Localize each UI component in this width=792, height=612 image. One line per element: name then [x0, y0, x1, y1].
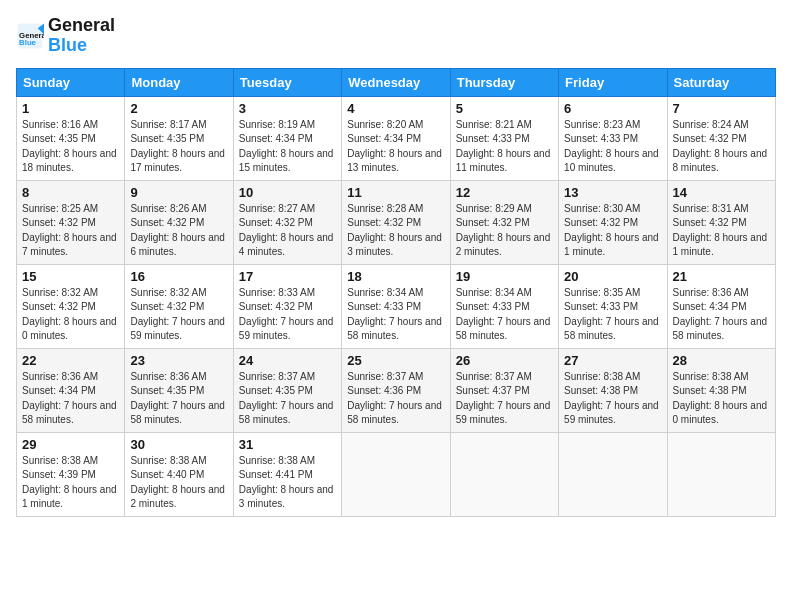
day-info: Sunrise: 8:33 AMSunset: 4:32 PMDaylight:…	[239, 286, 336, 344]
day-number: 20	[564, 269, 661, 284]
calendar-cell: 30Sunrise: 8:38 AMSunset: 4:40 PMDayligh…	[125, 432, 233, 516]
weekday-header: Sunday	[17, 68, 125, 96]
calendar-week-row: 15Sunrise: 8:32 AMSunset: 4:32 PMDayligh…	[17, 264, 776, 348]
day-info: Sunrise: 8:37 AMSunset: 4:37 PMDaylight:…	[456, 370, 553, 428]
day-number: 30	[130, 437, 227, 452]
day-info: Sunrise: 8:32 AMSunset: 4:32 PMDaylight:…	[22, 286, 119, 344]
logo-icon: General Blue	[16, 22, 44, 50]
day-info: Sunrise: 8:38 AMSunset: 4:40 PMDaylight:…	[130, 454, 227, 512]
svg-text:Blue: Blue	[19, 38, 37, 47]
calendar-cell: 4Sunrise: 8:20 AMSunset: 4:34 PMDaylight…	[342, 96, 450, 180]
calendar-week-row: 22Sunrise: 8:36 AMSunset: 4:34 PMDayligh…	[17, 348, 776, 432]
calendar-cell: 3Sunrise: 8:19 AMSunset: 4:34 PMDaylight…	[233, 96, 341, 180]
day-number: 12	[456, 185, 553, 200]
day-number: 29	[22, 437, 119, 452]
day-info: Sunrise: 8:31 AMSunset: 4:32 PMDaylight:…	[673, 202, 770, 260]
calendar-cell: 1Sunrise: 8:16 AMSunset: 4:35 PMDaylight…	[17, 96, 125, 180]
logo-text: General Blue	[48, 16, 115, 56]
calendar-table: SundayMondayTuesdayWednesdayThursdayFrid…	[16, 68, 776, 517]
day-number: 17	[239, 269, 336, 284]
day-info: Sunrise: 8:38 AMSunset: 4:38 PMDaylight:…	[564, 370, 661, 428]
calendar-cell	[667, 432, 775, 516]
weekday-header: Wednesday	[342, 68, 450, 96]
day-number: 11	[347, 185, 444, 200]
day-info: Sunrise: 8:34 AMSunset: 4:33 PMDaylight:…	[456, 286, 553, 344]
calendar-week-row: 29Sunrise: 8:38 AMSunset: 4:39 PMDayligh…	[17, 432, 776, 516]
day-info: Sunrise: 8:32 AMSunset: 4:32 PMDaylight:…	[130, 286, 227, 344]
calendar-cell	[342, 432, 450, 516]
day-number: 27	[564, 353, 661, 368]
day-number: 2	[130, 101, 227, 116]
calendar-cell: 13Sunrise: 8:30 AMSunset: 4:32 PMDayligh…	[559, 180, 667, 264]
calendar-cell: 2Sunrise: 8:17 AMSunset: 4:35 PMDaylight…	[125, 96, 233, 180]
day-info: Sunrise: 8:38 AMSunset: 4:41 PMDaylight:…	[239, 454, 336, 512]
calendar-cell	[450, 432, 558, 516]
day-info: Sunrise: 8:36 AMSunset: 4:34 PMDaylight:…	[673, 286, 770, 344]
day-info: Sunrise: 8:19 AMSunset: 4:34 PMDaylight:…	[239, 118, 336, 176]
calendar-cell: 27Sunrise: 8:38 AMSunset: 4:38 PMDayligh…	[559, 348, 667, 432]
calendar-cell: 11Sunrise: 8:28 AMSunset: 4:32 PMDayligh…	[342, 180, 450, 264]
weekday-header: Monday	[125, 68, 233, 96]
calendar-cell: 20Sunrise: 8:35 AMSunset: 4:33 PMDayligh…	[559, 264, 667, 348]
day-info: Sunrise: 8:37 AMSunset: 4:35 PMDaylight:…	[239, 370, 336, 428]
day-number: 15	[22, 269, 119, 284]
calendar-cell	[559, 432, 667, 516]
calendar-header-row: SundayMondayTuesdayWednesdayThursdayFrid…	[17, 68, 776, 96]
day-info: Sunrise: 8:27 AMSunset: 4:32 PMDaylight:…	[239, 202, 336, 260]
day-info: Sunrise: 8:29 AMSunset: 4:32 PMDaylight:…	[456, 202, 553, 260]
calendar-cell: 22Sunrise: 8:36 AMSunset: 4:34 PMDayligh…	[17, 348, 125, 432]
calendar-cell: 17Sunrise: 8:33 AMSunset: 4:32 PMDayligh…	[233, 264, 341, 348]
day-info: Sunrise: 8:30 AMSunset: 4:32 PMDaylight:…	[564, 202, 661, 260]
day-number: 7	[673, 101, 770, 116]
day-info: Sunrise: 8:21 AMSunset: 4:33 PMDaylight:…	[456, 118, 553, 176]
day-number: 25	[347, 353, 444, 368]
weekday-header: Saturday	[667, 68, 775, 96]
day-info: Sunrise: 8:36 AMSunset: 4:34 PMDaylight:…	[22, 370, 119, 428]
calendar-cell: 23Sunrise: 8:36 AMSunset: 4:35 PMDayligh…	[125, 348, 233, 432]
day-number: 19	[456, 269, 553, 284]
day-number: 26	[456, 353, 553, 368]
calendar-cell: 29Sunrise: 8:38 AMSunset: 4:39 PMDayligh…	[17, 432, 125, 516]
day-number: 22	[22, 353, 119, 368]
day-number: 4	[347, 101, 444, 116]
day-number: 24	[239, 353, 336, 368]
day-number: 31	[239, 437, 336, 452]
day-number: 21	[673, 269, 770, 284]
calendar-cell: 18Sunrise: 8:34 AMSunset: 4:33 PMDayligh…	[342, 264, 450, 348]
day-info: Sunrise: 8:25 AMSunset: 4:32 PMDaylight:…	[22, 202, 119, 260]
weekday-header: Friday	[559, 68, 667, 96]
calendar-cell: 26Sunrise: 8:37 AMSunset: 4:37 PMDayligh…	[450, 348, 558, 432]
day-number: 6	[564, 101, 661, 116]
calendar-cell: 9Sunrise: 8:26 AMSunset: 4:32 PMDaylight…	[125, 180, 233, 264]
calendar-cell: 12Sunrise: 8:29 AMSunset: 4:32 PMDayligh…	[450, 180, 558, 264]
day-number: 5	[456, 101, 553, 116]
calendar-cell: 14Sunrise: 8:31 AMSunset: 4:32 PMDayligh…	[667, 180, 775, 264]
logo: General Blue General Blue	[16, 16, 115, 56]
weekday-header: Thursday	[450, 68, 558, 96]
weekday-header: Tuesday	[233, 68, 341, 96]
calendar-cell: 16Sunrise: 8:32 AMSunset: 4:32 PMDayligh…	[125, 264, 233, 348]
day-info: Sunrise: 8:38 AMSunset: 4:39 PMDaylight:…	[22, 454, 119, 512]
calendar-cell: 24Sunrise: 8:37 AMSunset: 4:35 PMDayligh…	[233, 348, 341, 432]
calendar-cell: 21Sunrise: 8:36 AMSunset: 4:34 PMDayligh…	[667, 264, 775, 348]
day-info: Sunrise: 8:24 AMSunset: 4:32 PMDaylight:…	[673, 118, 770, 176]
calendar-cell: 7Sunrise: 8:24 AMSunset: 4:32 PMDaylight…	[667, 96, 775, 180]
day-info: Sunrise: 8:35 AMSunset: 4:33 PMDaylight:…	[564, 286, 661, 344]
day-number: 28	[673, 353, 770, 368]
day-number: 10	[239, 185, 336, 200]
calendar-cell: 10Sunrise: 8:27 AMSunset: 4:32 PMDayligh…	[233, 180, 341, 264]
page-header: General Blue General Blue	[16, 16, 776, 56]
day-info: Sunrise: 8:23 AMSunset: 4:33 PMDaylight:…	[564, 118, 661, 176]
day-number: 1	[22, 101, 119, 116]
day-info: Sunrise: 8:36 AMSunset: 4:35 PMDaylight:…	[130, 370, 227, 428]
calendar-cell: 5Sunrise: 8:21 AMSunset: 4:33 PMDaylight…	[450, 96, 558, 180]
day-info: Sunrise: 8:37 AMSunset: 4:36 PMDaylight:…	[347, 370, 444, 428]
day-number: 18	[347, 269, 444, 284]
day-number: 9	[130, 185, 227, 200]
day-info: Sunrise: 8:26 AMSunset: 4:32 PMDaylight:…	[130, 202, 227, 260]
calendar-cell: 15Sunrise: 8:32 AMSunset: 4:32 PMDayligh…	[17, 264, 125, 348]
day-info: Sunrise: 8:34 AMSunset: 4:33 PMDaylight:…	[347, 286, 444, 344]
calendar-week-row: 1Sunrise: 8:16 AMSunset: 4:35 PMDaylight…	[17, 96, 776, 180]
day-info: Sunrise: 8:38 AMSunset: 4:38 PMDaylight:…	[673, 370, 770, 428]
calendar-cell: 25Sunrise: 8:37 AMSunset: 4:36 PMDayligh…	[342, 348, 450, 432]
